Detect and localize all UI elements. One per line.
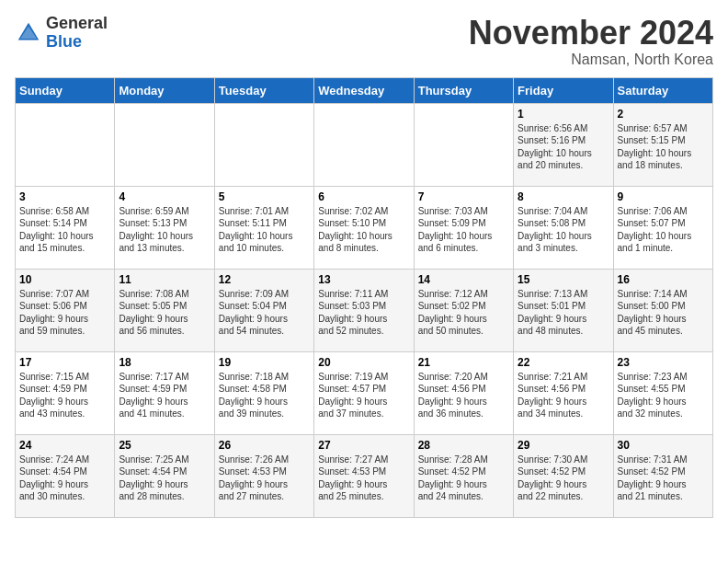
day-number: 27 — [318, 439, 409, 452]
day-number: 19 — [219, 356, 310, 369]
calendar-cell — [16, 103, 115, 186]
calendar-week-row: 24Sunrise: 7:24 AMSunset: 4:54 PMDayligh… — [16, 434, 713, 517]
calendar-cell: 18Sunrise: 7:17 AMSunset: 4:59 PMDayligh… — [115, 351, 214, 434]
calendar-cell: 2Sunrise: 6:57 AMSunset: 5:15 PMDaylight… — [613, 103, 712, 186]
day-number: 23 — [618, 356, 709, 369]
day-info: Sunrise: 7:17 AMSunset: 4:59 PMDaylight:… — [119, 371, 210, 420]
calendar-cell: 10Sunrise: 7:07 AMSunset: 5:06 PMDayligh… — [16, 269, 115, 351]
calendar-cell: 12Sunrise: 7:09 AMSunset: 5:04 PMDayligh… — [214, 269, 313, 351]
calendar-cell: 22Sunrise: 7:21 AMSunset: 4:56 PMDayligh… — [514, 351, 613, 434]
calendar-cell: 28Sunrise: 7:28 AMSunset: 4:52 PMDayligh… — [414, 434, 513, 517]
calendar-cell: 19Sunrise: 7:18 AMSunset: 4:58 PMDayligh… — [214, 351, 313, 434]
day-number: 3 — [19, 190, 110, 203]
calendar-cell: 23Sunrise: 7:23 AMSunset: 4:55 PMDayligh… — [613, 351, 712, 434]
calendar-cell: 4Sunrise: 6:59 AMSunset: 5:13 PMDaylight… — [115, 186, 214, 269]
day-info: Sunrise: 7:28 AMSunset: 4:52 PMDaylight:… — [418, 454, 509, 503]
calendar-cell: 14Sunrise: 7:12 AMSunset: 5:02 PMDayligh… — [414, 269, 513, 351]
day-info: Sunrise: 7:25 AMSunset: 4:54 PMDaylight:… — [119, 454, 210, 503]
calendar-cell: 24Sunrise: 7:24 AMSunset: 4:54 PMDayligh… — [16, 434, 115, 517]
day-info: Sunrise: 7:19 AMSunset: 4:57 PMDaylight:… — [318, 371, 409, 420]
calendar-week-row: 3Sunrise: 6:58 AMSunset: 5:14 PMDaylight… — [16, 186, 713, 269]
day-number: 21 — [418, 356, 509, 369]
weekday-header-sunday: Sunday — [16, 77, 115, 103]
day-info: Sunrise: 7:13 AMSunset: 5:01 PMDaylight:… — [518, 288, 609, 338]
day-info: Sunrise: 7:26 AMSunset: 4:53 PMDaylight:… — [219, 454, 310, 503]
day-number: 16 — [618, 273, 709, 286]
day-info: Sunrise: 7:06 AMSunset: 5:07 PMDaylight:… — [618, 205, 709, 255]
calendar-cell: 3Sunrise: 6:58 AMSunset: 5:14 PMDaylight… — [16, 186, 115, 269]
month-title: November 2024 — [469, 15, 713, 52]
day-info: Sunrise: 7:02 AMSunset: 5:10 PMDaylight:… — [318, 205, 409, 255]
calendar-week-row: 10Sunrise: 7:07 AMSunset: 5:06 PMDayligh… — [16, 269, 713, 351]
calendar-cell: 25Sunrise: 7:25 AMSunset: 4:54 PMDayligh… — [115, 434, 214, 517]
day-number: 9 — [618, 190, 709, 203]
calendar-cell: 5Sunrise: 7:01 AMSunset: 5:11 PMDaylight… — [214, 186, 313, 269]
calendar-cell — [414, 103, 513, 186]
logo-blue-text: Blue — [46, 32, 82, 51]
calendar-cell — [115, 103, 214, 186]
day-info: Sunrise: 7:15 AMSunset: 4:59 PMDaylight:… — [19, 371, 110, 420]
day-info: Sunrise: 6:57 AMSunset: 5:15 PMDaylight:… — [618, 122, 709, 172]
weekday-header-saturday: Saturday — [613, 77, 712, 103]
day-number: 14 — [418, 273, 509, 286]
day-info: Sunrise: 7:08 AMSunset: 5:05 PMDaylight:… — [119, 288, 210, 338]
calendar-cell — [214, 103, 313, 186]
day-number: 29 — [518, 439, 609, 452]
day-number: 13 — [318, 273, 409, 286]
calendar-cell: 1Sunrise: 6:56 AMSunset: 5:16 PMDaylight… — [514, 103, 613, 186]
logo-general-text: General — [46, 14, 108, 32]
day-info: Sunrise: 6:59 AMSunset: 5:13 PMDaylight:… — [119, 205, 210, 255]
day-number: 18 — [119, 356, 210, 369]
weekday-header-row: SundayMondayTuesdayWednesdayThursdayFrid… — [16, 77, 713, 103]
calendar-cell: 16Sunrise: 7:14 AMSunset: 5:00 PMDayligh… — [613, 269, 712, 351]
day-info: Sunrise: 7:27 AMSunset: 4:53 PMDaylight:… — [318, 454, 409, 503]
day-number: 30 — [618, 439, 709, 452]
day-info: Sunrise: 7:31 AMSunset: 4:52 PMDaylight:… — [618, 454, 709, 503]
calendar-table: SundayMondayTuesdayWednesdayThursdayFrid… — [15, 77, 713, 518]
day-number: 5 — [219, 190, 310, 203]
calendar-cell: 6Sunrise: 7:02 AMSunset: 5:10 PMDaylight… — [314, 186, 414, 269]
title-block: November 2024 Namsan, North Korea — [469, 15, 713, 68]
calendar-cell: 21Sunrise: 7:20 AMSunset: 4:56 PMDayligh… — [414, 351, 513, 434]
day-number: 28 — [418, 439, 509, 452]
weekday-header-friday: Friday — [514, 77, 613, 103]
calendar-cell: 13Sunrise: 7:11 AMSunset: 5:03 PMDayligh… — [314, 269, 414, 351]
day-info: Sunrise: 7:14 AMSunset: 5:00 PMDaylight:… — [618, 288, 709, 338]
day-info: Sunrise: 7:01 AMSunset: 5:11 PMDaylight:… — [219, 205, 310, 255]
page-header: General Blue November 2024 Namsan, North… — [15, 15, 713, 68]
day-number: 11 — [119, 273, 210, 286]
day-info: Sunrise: 7:04 AMSunset: 5:08 PMDaylight:… — [518, 205, 609, 255]
calendar-cell: 7Sunrise: 7:03 AMSunset: 5:09 PMDaylight… — [414, 186, 513, 269]
day-number: 10 — [19, 273, 110, 286]
day-number: 1 — [518, 108, 609, 121]
location: Namsan, North Korea — [469, 52, 713, 68]
day-number: 4 — [119, 190, 210, 203]
calendar-cell: 29Sunrise: 7:30 AMSunset: 4:52 PMDayligh… — [514, 434, 613, 517]
day-info: Sunrise: 7:18 AMSunset: 4:58 PMDaylight:… — [219, 371, 310, 420]
day-info: Sunrise: 7:30 AMSunset: 4:52 PMDaylight:… — [518, 454, 609, 503]
day-info: Sunrise: 7:20 AMSunset: 4:56 PMDaylight:… — [418, 371, 509, 420]
weekday-header-thursday: Thursday — [414, 77, 513, 103]
day-number: 25 — [119, 439, 210, 452]
calendar-week-row: 17Sunrise: 7:15 AMSunset: 4:59 PMDayligh… — [16, 351, 713, 434]
day-info: Sunrise: 7:11 AMSunset: 5:03 PMDaylight:… — [318, 288, 409, 338]
logo-icon — [15, 19, 42, 47]
weekday-header-monday: Monday — [115, 77, 214, 103]
calendar-cell — [314, 103, 414, 186]
day-number: 6 — [318, 190, 409, 203]
day-number: 15 — [518, 273, 609, 286]
day-number: 12 — [219, 273, 310, 286]
day-info: Sunrise: 6:58 AMSunset: 5:14 PMDaylight:… — [19, 205, 110, 255]
day-number: 20 — [318, 356, 409, 369]
day-number: 26 — [219, 439, 310, 452]
calendar-week-row: 1Sunrise: 6:56 AMSunset: 5:16 PMDaylight… — [16, 103, 713, 186]
day-info: Sunrise: 7:21 AMSunset: 4:56 PMDaylight:… — [518, 371, 609, 420]
day-info: Sunrise: 7:09 AMSunset: 5:04 PMDaylight:… — [219, 288, 310, 338]
day-number: 2 — [618, 108, 709, 121]
weekday-header-wednesday: Wednesday — [314, 77, 414, 103]
day-info: Sunrise: 7:03 AMSunset: 5:09 PMDaylight:… — [418, 205, 509, 255]
day-number: 17 — [19, 356, 110, 369]
day-info: Sunrise: 7:07 AMSunset: 5:06 PMDaylight:… — [19, 288, 110, 338]
calendar-cell: 20Sunrise: 7:19 AMSunset: 4:57 PMDayligh… — [314, 351, 414, 434]
day-number: 24 — [19, 439, 110, 452]
